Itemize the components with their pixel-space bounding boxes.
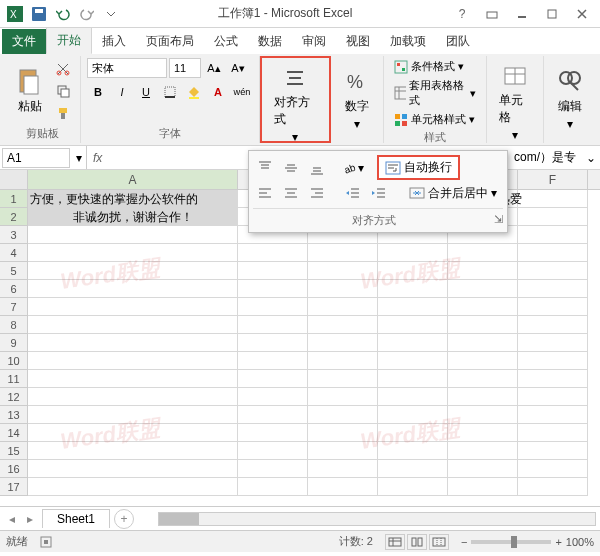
row-header[interactable]: 16	[0, 460, 28, 478]
cell[interactable]	[448, 388, 518, 406]
sheet-tab-sheet1[interactable]: Sheet1	[42, 509, 110, 528]
font-size-select[interactable]	[169, 58, 201, 78]
cell[interactable]	[238, 370, 308, 388]
zoom-out-button[interactable]: −	[461, 536, 467, 548]
tab-data[interactable]: 数据	[248, 29, 292, 54]
name-box[interactable]	[2, 148, 70, 168]
cell[interactable]	[308, 244, 378, 262]
orientation-icon[interactable]: ab▾	[341, 157, 365, 179]
row-header[interactable]: 13	[0, 406, 28, 424]
fill-color-icon[interactable]	[183, 82, 205, 102]
cell[interactable]	[448, 370, 518, 388]
cell[interactable]	[238, 478, 308, 496]
cell[interactable]	[518, 280, 588, 298]
row-header[interactable]: 10	[0, 352, 28, 370]
merge-center-button[interactable]: 合并后居中 ▾	[403, 183, 503, 204]
align-bottom-icon[interactable]	[305, 157, 329, 179]
cell[interactable]	[518, 226, 588, 244]
number-button[interactable]: % 数字 ▾	[337, 64, 377, 135]
row-header[interactable]: 8	[0, 316, 28, 334]
cell[interactable]	[378, 352, 448, 370]
cell[interactable]	[518, 352, 588, 370]
zoom-slider[interactable]	[471, 540, 551, 544]
border-icon[interactable]	[159, 82, 181, 102]
sheet-nav-next-icon[interactable]: ▸	[22, 511, 38, 527]
cell[interactable]	[518, 298, 588, 316]
cell[interactable]: 方便，更快速的掌握办公软件的	[28, 190, 238, 208]
cell[interactable]	[308, 460, 378, 478]
cell[interactable]	[448, 406, 518, 424]
cell[interactable]	[378, 280, 448, 298]
cell[interactable]	[378, 334, 448, 352]
cells-button[interactable]: 单元格 ▾	[493, 58, 537, 146]
tab-home[interactable]: 开始	[46, 27, 92, 54]
cell[interactable]	[518, 316, 588, 334]
save-icon[interactable]	[28, 3, 50, 25]
cell[interactable]	[518, 460, 588, 478]
row-header[interactable]: 15	[0, 442, 28, 460]
scrollbar-thumb[interactable]	[159, 513, 199, 525]
editing-button[interactable]: 编辑 ▾	[550, 64, 590, 135]
cell[interactable]	[378, 316, 448, 334]
cell[interactable]	[518, 244, 588, 262]
tab-insert[interactable]: 插入	[92, 29, 136, 54]
horizontal-scrollbar[interactable]	[158, 512, 596, 526]
cell[interactable]	[378, 388, 448, 406]
cell[interactable]	[308, 442, 378, 460]
cell[interactable]	[518, 208, 588, 226]
sheet-nav-prev-icon[interactable]: ◂	[4, 511, 20, 527]
cell[interactable]	[308, 334, 378, 352]
maximize-icon[interactable]	[538, 4, 566, 24]
decrease-indent-icon[interactable]	[341, 182, 365, 204]
cell[interactable]: 非诚勿扰，谢谢合作！	[28, 208, 238, 226]
cell[interactable]	[308, 316, 378, 334]
underline-button[interactable]: U	[135, 82, 157, 102]
cell[interactable]	[308, 478, 378, 496]
cell[interactable]	[518, 370, 588, 388]
tab-view[interactable]: 视图	[336, 29, 380, 54]
cell[interactable]	[448, 424, 518, 442]
align-left-icon[interactable]	[253, 182, 277, 204]
cell[interactable]	[308, 424, 378, 442]
cell[interactable]	[28, 226, 238, 244]
select-all-corner[interactable]	[0, 170, 28, 189]
name-box-dropdown-icon[interactable]: ▾	[72, 151, 86, 165]
cell[interactable]	[28, 298, 238, 316]
redo-icon[interactable]	[76, 3, 98, 25]
format-as-table-button[interactable]: 套用表格格式 ▾	[390, 77, 481, 109]
cell[interactable]	[518, 262, 588, 280]
cell[interactable]	[238, 424, 308, 442]
cell[interactable]	[28, 424, 238, 442]
cell[interactable]	[518, 190, 588, 208]
view-page-break-icon[interactable]	[429, 534, 449, 550]
increase-font-icon[interactable]: A▴	[203, 58, 225, 78]
cell[interactable]	[308, 262, 378, 280]
zoom-slider-thumb[interactable]	[511, 536, 517, 548]
cell[interactable]	[308, 298, 378, 316]
cell[interactable]	[448, 262, 518, 280]
cell[interactable]	[238, 262, 308, 280]
tab-file[interactable]: 文件	[2, 29, 46, 54]
cell[interactable]	[28, 334, 238, 352]
close-icon[interactable]	[568, 4, 596, 24]
col-header-a[interactable]: A	[28, 170, 238, 189]
cell[interactable]	[28, 442, 238, 460]
cell[interactable]	[238, 280, 308, 298]
cell[interactable]	[28, 352, 238, 370]
qat-dropdown-icon[interactable]	[100, 3, 122, 25]
cell[interactable]	[238, 316, 308, 334]
row-header[interactable]: 17	[0, 478, 28, 496]
cell-styles-button[interactable]: 单元格样式 ▾	[390, 111, 479, 128]
ribbon-options-icon[interactable]	[478, 4, 506, 24]
row-header[interactable]: 9	[0, 334, 28, 352]
cell[interactable]	[238, 406, 308, 424]
cell[interactable]	[28, 370, 238, 388]
row-header[interactable]: 11	[0, 370, 28, 388]
cell[interactable]	[378, 460, 448, 478]
cell[interactable]	[448, 442, 518, 460]
cell[interactable]	[448, 478, 518, 496]
cell[interactable]	[238, 298, 308, 316]
cell[interactable]	[378, 262, 448, 280]
cell[interactable]	[378, 370, 448, 388]
cell[interactable]	[518, 442, 588, 460]
